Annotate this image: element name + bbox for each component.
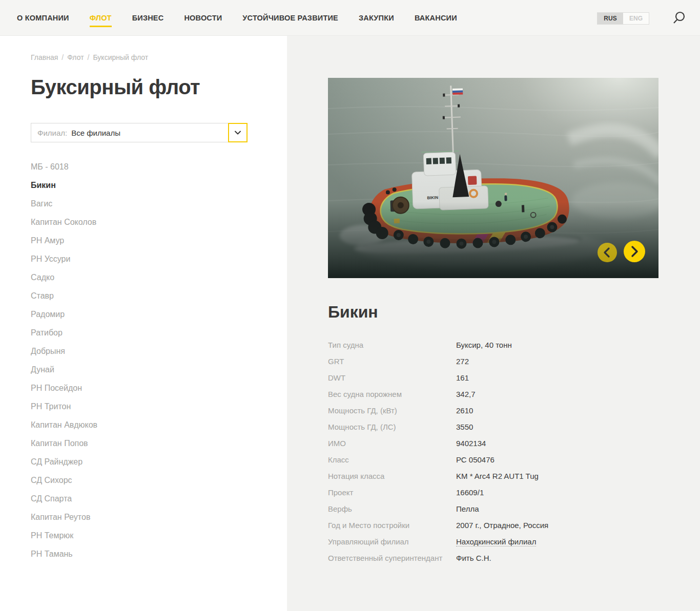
branch-filter-select[interactable]: Филиал: Все филиалы xyxy=(31,123,248,142)
breadcrumb-current: Буксирный флот xyxy=(93,53,148,61)
vessel-list-item[interactable]: Капитан Реутов xyxy=(31,508,287,526)
vessel-detail-panel: ROSNEFTEFLOT xyxy=(287,36,700,611)
chevron-right-icon xyxy=(624,241,645,262)
detail-row: DWT 161 xyxy=(328,369,700,386)
vessel-list-item[interactable]: РН Посейдон xyxy=(31,379,287,397)
vessel-list-item[interactable]: РН Тамань xyxy=(31,545,287,563)
detail-row: Вес судна порожнем 342,7 xyxy=(328,386,700,402)
filter-label: Филиал: xyxy=(37,129,67,137)
nav-item-news[interactable]: НОВОСТИ xyxy=(184,14,222,22)
vessel-list: МБ - 6018 Бикин Вагис Капитан Соколов РН… xyxy=(31,158,287,563)
detail-label: Ответственный суперинтендант xyxy=(328,554,456,562)
vessel-list-item[interactable]: Радомир xyxy=(31,305,287,324)
detail-label: ИМО xyxy=(328,439,456,448)
carousel-prev-button[interactable] xyxy=(598,243,617,262)
detail-value: 161 xyxy=(456,373,469,382)
detail-value: 9402134 xyxy=(456,439,486,448)
detail-row: Нотация класса KM * Arc4 R2 AUT1 Tug xyxy=(328,468,700,484)
lang-rus-button[interactable]: RUS xyxy=(598,13,623,24)
detail-label: Управляющий филиал xyxy=(328,537,456,546)
detail-value: Буксир, 40 тонн xyxy=(456,341,512,349)
lang-eng-button[interactable]: ENG xyxy=(623,13,649,24)
breadcrumb: Главная/Флот/Буксирный флот xyxy=(31,53,287,61)
detail-label: GRT xyxy=(328,357,456,366)
main-nav: О КОМПАНИИ ФЛОТ БИЗНЕС НОВОСТИ УСТОЙЧИВО… xyxy=(17,0,457,36)
detail-value: 2610 xyxy=(456,406,473,415)
managing-branch-link[interactable]: Находкинский филиал xyxy=(456,537,536,546)
breadcrumb-separator: / xyxy=(88,53,90,61)
vessel-list-item[interactable]: Дунай xyxy=(31,361,287,379)
vessel-list-item[interactable]: СД Райнджер xyxy=(31,453,287,471)
detail-value: KM * Arc4 R2 AUT1 Tug xyxy=(456,472,539,480)
top-nav-bar: О КОМПАНИИ ФЛОТ БИЗНЕС НОВОСТИ УСТОЙЧИВО… xyxy=(0,0,700,36)
detail-label: Проект xyxy=(328,488,456,497)
chevron-left-icon xyxy=(598,243,617,262)
search-button[interactable] xyxy=(670,10,688,27)
detail-label: Мощность ГД, (кВт) xyxy=(328,406,456,415)
nav-item-sustainability[interactable]: УСТОЙЧИВОЕ РАЗВИТИЕ xyxy=(242,14,338,22)
vessel-list-item[interactable]: РН Темрюк xyxy=(31,526,287,545)
page: О КОМПАНИИ ФЛОТ БИЗНЕС НОВОСТИ УСТОЙЧИВО… xyxy=(0,0,700,611)
carousel-next-button[interactable] xyxy=(624,241,645,262)
detail-row: GRT 272 xyxy=(328,353,700,369)
filter-selected-value: Все филиалы xyxy=(71,129,120,137)
detail-row: Проект 16609/1 xyxy=(328,484,700,500)
vessel-list-item[interactable]: РН Амур xyxy=(31,231,287,250)
search-icon xyxy=(671,10,687,26)
chevron-down-icon xyxy=(233,128,243,138)
vessel-details: Тип судна Буксир, 40 тонн GRT 272 DWT 16… xyxy=(328,336,700,566)
detail-label: Класс xyxy=(328,455,456,464)
vessel-list-item[interactable]: Добрыня xyxy=(31,342,287,361)
vessel-list-item[interactable]: РН Тритон xyxy=(31,397,287,416)
detail-row: ИМО 9402134 xyxy=(328,435,700,451)
detail-label: Верфь xyxy=(328,504,456,513)
detail-label: Тип судна xyxy=(328,341,456,349)
breadcrumb-fleet[interactable]: Флот xyxy=(67,53,84,61)
detail-row: Тип судна Буксир, 40 тонн xyxy=(328,336,700,353)
detail-row: Год и Место постройки 2007 г., Отрадное,… xyxy=(328,517,700,533)
detail-row: Управляющий филиал Находкинский филиал xyxy=(328,533,700,550)
nav-item-vacancies[interactable]: ВАКАНСИИ xyxy=(415,14,457,22)
nav-item-fleet[interactable]: ФЛОТ xyxy=(90,14,112,22)
vessel-list-item[interactable]: Ставр xyxy=(31,287,287,305)
detail-label: Год и Место постройки xyxy=(328,521,456,530)
page-title: Буксирный флот xyxy=(31,75,287,99)
vessel-list-item-active[interactable]: Бикин xyxy=(31,176,287,195)
nav-item-company[interactable]: О КОМПАНИИ xyxy=(17,14,69,22)
detail-value: 16609/1 xyxy=(456,488,484,497)
detail-row: Класс РС 050476 xyxy=(328,451,700,468)
vessel-list-item[interactable]: СД Спарта xyxy=(31,490,287,508)
fleet-list-panel: Главная/Флот/Буксирный флот Буксирный фл… xyxy=(0,36,287,611)
vessel-list-item[interactable]: Капитан Авдюков xyxy=(31,416,287,434)
detail-value: 272 xyxy=(456,357,469,366)
detail-value: Фить С.Н. xyxy=(456,554,491,562)
nav-item-procurement[interactable]: ЗАКУПКИ xyxy=(359,14,394,22)
detail-label: Вес судна порожнем xyxy=(328,390,456,398)
vessel-list-item[interactable]: Ратибор xyxy=(31,324,287,342)
vessel-list-item[interactable]: МБ - 6018 xyxy=(31,158,287,176)
breadcrumb-separator: / xyxy=(61,53,64,61)
detail-row: Мощность ГД, (ЛС) 3550 xyxy=(328,418,700,435)
detail-label: Нотация класса xyxy=(328,472,456,480)
nav-item-business[interactable]: БИЗНЕС xyxy=(132,14,164,22)
detail-value: 2007 г., Отрадное, Россия xyxy=(456,521,548,530)
detail-value: Пелла xyxy=(456,504,479,513)
filter-dropdown-button[interactable] xyxy=(228,123,248,142)
language-toggle: RUS ENG xyxy=(597,12,649,25)
vessel-list-item[interactable]: СД Сихорс xyxy=(31,471,287,490)
detail-row: Верфь Пелла xyxy=(328,500,700,517)
vessel-list-item[interactable]: Вагис xyxy=(31,195,287,213)
vessel-list-item[interactable]: Капитан Попов xyxy=(31,434,287,453)
vessel-photo: ROSNEFTEFLOT xyxy=(328,78,658,278)
vessel-name: Бикин xyxy=(328,303,700,321)
detail-value: РС 050476 xyxy=(456,455,495,464)
detail-row: Мощность ГД, (кВт) 2610 xyxy=(328,402,700,418)
detail-row: Ответственный суперинтендант Фить С.Н. xyxy=(328,550,700,566)
breadcrumb-home[interactable]: Главная xyxy=(31,53,58,61)
detail-value: Находкинский филиал xyxy=(456,537,536,546)
vessel-list-item[interactable]: Капитан Соколов xyxy=(31,213,287,231)
detail-label: Мощность ГД, (ЛС) xyxy=(328,423,456,431)
detail-value: 342,7 xyxy=(456,390,476,398)
vessel-list-item[interactable]: Садко xyxy=(31,268,287,287)
vessel-list-item[interactable]: РН Уссури xyxy=(31,250,287,268)
